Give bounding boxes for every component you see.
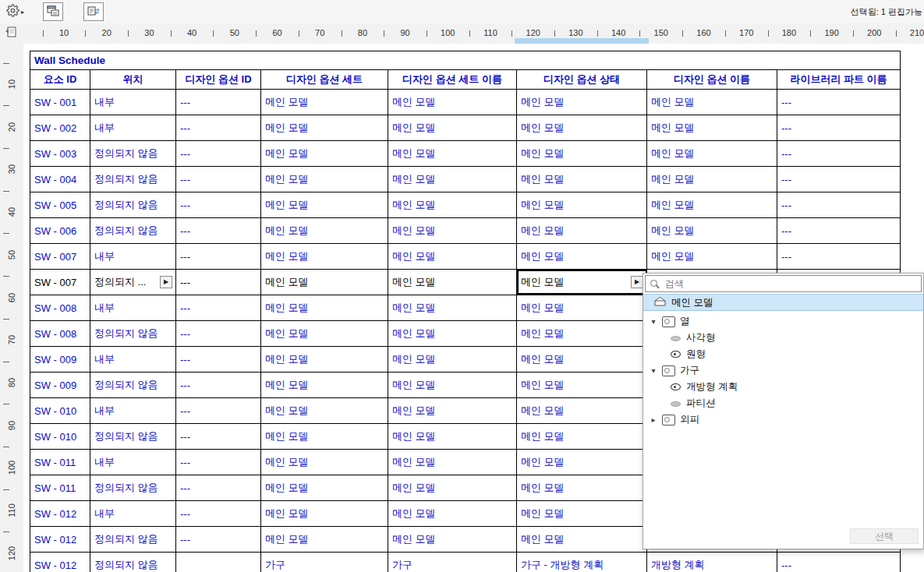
table-cell[interactable]: --- [777, 167, 900, 192]
table-cell[interactable]: 정의되지 않음 [90, 321, 176, 346]
tree-group[interactable]: ▾가구 [643, 362, 923, 379]
table-cell[interactable]: SW - 010 [30, 398, 90, 423]
table-cell[interactable]: 메인 모델 [517, 527, 647, 552]
table-cell[interactable]: SW - 007 [30, 244, 90, 269]
table-cell[interactable]: 메인 모델 [388, 115, 517, 140]
table-cell[interactable]: 메인 모델 [517, 167, 647, 192]
table-cell[interactable]: 메인 모델 [261, 141, 388, 166]
table-cell[interactable]: 메인 모델 [517, 141, 647, 166]
table-cell[interactable]: SW - 007 [30, 270, 90, 295]
table-cell[interactable]: 정의되지 않음 [90, 424, 176, 449]
table-cell[interactable]: SW - 004 [30, 167, 90, 192]
table-cell[interactable]: SW - 003 [30, 141, 90, 166]
table-cell[interactable]: 메인 모델 [517, 244, 647, 269]
table-cell[interactable]: 정의되지 않음 [90, 527, 176, 552]
table-cell[interactable]: 메인 모델 [517, 373, 647, 397]
table-cell[interactable]: --- [176, 115, 261, 140]
table-cell[interactable]: 메인 모델 [261, 527, 388, 552]
table-cell[interactable]: 정의되지 않음 [90, 553, 176, 572]
table-cell[interactable]: SW - 012 [30, 553, 90, 572]
table-cell[interactable]: --- [176, 527, 261, 552]
table-cell[interactable]: 메인 모델 [261, 270, 388, 295]
table-cell[interactable]: 메인 모델 [517, 218, 647, 243]
vertical-ruler[interactable]: 102030405060708090100110120 [0, 44, 24, 572]
table-cell[interactable]: 메인 모델 [388, 424, 517, 449]
table-cell[interactable]: --- [777, 115, 900, 140]
table-cell[interactable]: 메인 모델 [388, 347, 517, 372]
table-cell[interactable]: 메인 모델 [388, 450, 517, 475]
table-cell[interactable]: --- [777, 553, 900, 572]
search-box[interactable] [645, 275, 922, 292]
table-row[interactable]: SW - 001내부---메인 모델메인 모델메인 모델메인 모델--- [30, 90, 900, 115]
table-cell[interactable]: 메인 모델 [388, 167, 517, 192]
table-cell[interactable]: --- [777, 192, 900, 217]
tree-group[interactable]: ▸외피 [643, 411, 923, 428]
column-header[interactable]: 디자인 옵션 이름 [647, 70, 777, 89]
table-cell[interactable]: --- [176, 450, 261, 475]
table-cell[interactable]: SW - 001 [30, 90, 90, 115]
table-cell[interactable]: 내부 [90, 398, 176, 423]
eye-visible-icon[interactable] [670, 349, 681, 359]
column-header[interactable]: 디자인 옵션 세트 [261, 70, 388, 89]
table-cell[interactable]: 메인 모델 [261, 321, 388, 346]
table-cell[interactable]: 내부 [90, 501, 176, 526]
table-cell[interactable]: 메인 모델 [517, 321, 647, 346]
table-cell[interactable]: --- [777, 141, 900, 166]
expand-arrow-button[interactable]: ▶ [631, 276, 643, 288]
select-button[interactable]: 선택 [850, 528, 919, 544]
table-cell[interactable]: 내부 [90, 450, 176, 475]
table-cell[interactable]: 메인 모델 [388, 527, 517, 552]
main-model-item[interactable]: 메인 모델 [643, 294, 923, 311]
table-cell[interactable]: 메인 모델 [517, 295, 647, 320]
table-cell[interactable]: 메인 모델 [388, 501, 517, 526]
table-cell[interactable]: 가구 - 개방형 계획 [517, 553, 647, 572]
table-cell[interactable]: --- [176, 347, 261, 372]
tree-option[interactable]: 개방형 계획 [643, 379, 923, 395]
table-cell[interactable]: --- [777, 218, 900, 243]
table-cell[interactable]: 메인 모델 [261, 347, 388, 372]
table-row[interactable]: SW - 007내부---메인 모델메인 모델메인 모델메인 모델--- [30, 244, 900, 270]
table-cell[interactable]: 메인 모델 [647, 192, 777, 217]
table-cell[interactable]: 정의되지 않음 [90, 192, 176, 217]
table-row[interactable]: SW - 004정의되지 않음---메인 모델메인 모델메인 모델메인 모델--… [30, 167, 900, 192]
table-cell[interactable]: SW - 009 [30, 373, 90, 397]
tree-option[interactable]: 사각형 [643, 330, 923, 346]
table-cell[interactable]: 메인 모델 [647, 218, 777, 243]
eye-hidden-icon[interactable] [670, 333, 681, 343]
table-cell[interactable]: 정의되지 않음 [90, 218, 176, 243]
table-cell[interactable]: 메인 모델 [517, 450, 647, 475]
table-cell[interactable]: SW - 008 [30, 295, 90, 320]
settings-split-button[interactable]: ▸ [3, 2, 27, 23]
table-cell[interactable]: --- [176, 218, 261, 243]
table-cell[interactable]: --- [176, 373, 261, 397]
tree-option[interactable]: 파티션 [643, 395, 923, 411]
table-cell[interactable]: 메인 모델 [261, 373, 388, 397]
chevron-right-icon[interactable]: ▸ [650, 415, 657, 424]
table-cell[interactable]: --- [176, 424, 261, 449]
table-cell[interactable]: --- [176, 501, 261, 526]
scheme-settings-button[interactable] [43, 2, 63, 21]
table-row[interactable]: SW - 006정의되지 않음---메인 모델메인 모델메인 모델메인 모델--… [30, 218, 900, 244]
table-cell[interactable]: SW - 009 [30, 347, 90, 372]
table-cell[interactable]: 가구 [388, 553, 517, 572]
table-row[interactable]: SW - 005정의되지 않음---메인 모델메인 모델메인 모델메인 모델--… [30, 192, 900, 218]
table-cell[interactable]: SW - 005 [30, 192, 90, 217]
table-cell[interactable]: 메인 모델 [388, 192, 517, 217]
column-header[interactable]: 디자인 옵션 세트 이름 [388, 70, 517, 89]
table-cell[interactable]: 메인 모델 [261, 115, 388, 140]
table-cell[interactable]: 메인 모델 [517, 90, 647, 115]
table-cell[interactable]: 메인 모델 [261, 167, 388, 192]
table-cell[interactable]: 개방형 계획 [647, 553, 777, 572]
column-header[interactable]: 디자인 옵션 ID [176, 70, 261, 89]
eye-hidden-icon[interactable] [670, 398, 681, 408]
table-cell[interactable]: 가구 [261, 553, 388, 572]
transfer-settings-button[interactable] [83, 2, 104, 21]
table-cell[interactable]: SW - 010 [30, 424, 90, 449]
table-cell[interactable]: 메인 모델 [647, 115, 777, 140]
table-cell[interactable]: 메인 모델 [388, 373, 517, 397]
table-cell[interactable]: --- [176, 141, 261, 166]
table-cell[interactable]: --- [176, 167, 261, 192]
table-cell[interactable]: 메인 모델 [388, 398, 517, 423]
table-cell[interactable]: 메인 모델 [647, 167, 777, 192]
table-row[interactable]: SW - 002내부---메인 모델메인 모델메인 모델메인 모델--- [30, 115, 900, 141]
